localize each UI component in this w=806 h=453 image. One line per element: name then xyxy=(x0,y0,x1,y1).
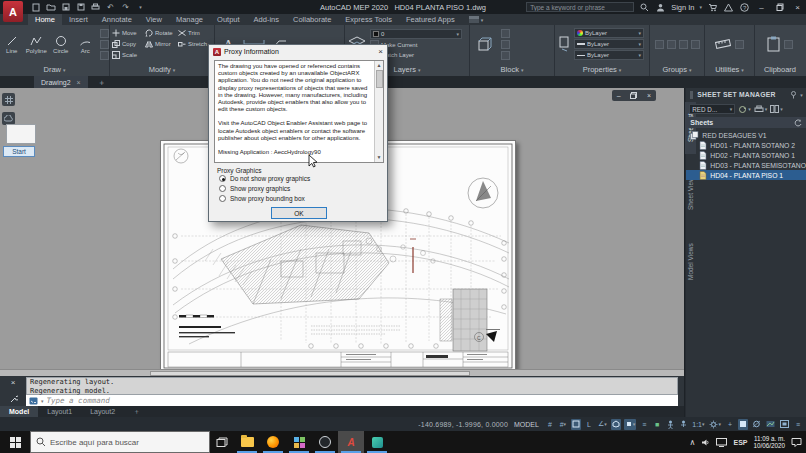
clean-screen-icon[interactable] xyxy=(779,419,790,430)
properties-panel-label[interactable]: Properties▾ xyxy=(555,63,649,76)
command-close-icon[interactable]: × xyxy=(11,378,16,387)
sheet-set-dropdown[interactable]: RED D...▾ xyxy=(689,104,735,114)
lineweight-display-icon[interactable]: ≡ xyxy=(639,419,649,430)
dialog-close-icon[interactable]: × xyxy=(378,47,383,56)
gradient-icon[interactable] xyxy=(100,40,109,49)
help-search-input[interactable] xyxy=(526,2,634,12)
open-file-icon[interactable] xyxy=(45,2,56,12)
ok-button[interactable]: OK xyxy=(271,207,327,219)
group-edit-icon[interactable] xyxy=(679,40,688,49)
isolate-objects-icon[interactable] xyxy=(751,419,762,430)
quick-select-icon[interactable] xyxy=(735,40,744,49)
line-tool[interactable]: Line xyxy=(0,35,24,54)
sheets-section-header[interactable]: Sheets xyxy=(686,117,806,128)
ribbon-display-toggle-icon[interactable]: ▾ xyxy=(462,14,491,25)
model-space-label[interactable]: MODEL xyxy=(514,421,539,428)
taskbar-app-autocad[interactable]: A xyxy=(338,431,364,453)
measure-icon[interactable] xyxy=(715,37,731,51)
dialog-titlebar[interactable]: A Proxy Information × xyxy=(209,45,387,58)
radio-show-proxy[interactable]: Show proxy graphics xyxy=(219,185,290,192)
rotate-tool[interactable]: Rotate xyxy=(145,28,178,39)
autoscale-icon[interactable] xyxy=(678,419,688,430)
linetype-dropdown[interactable]: ByLayer▾ xyxy=(574,50,644,60)
scrollbar-thumb[interactable] xyxy=(376,70,383,88)
tab-collaborate[interactable]: Collaborate xyxy=(286,14,338,25)
taskbar-app-file-explorer[interactable] xyxy=(234,431,260,453)
dialog-message-area[interactable]: The drawing you have opened or reference… xyxy=(214,60,384,163)
publish-icon[interactable]: ▾ xyxy=(754,105,768,113)
dynamic-ucs-icon[interactable]: ■ xyxy=(652,419,662,430)
ungroup-icon[interactable] xyxy=(667,40,676,49)
dialog-scrollbar[interactable]: ▲ ▼ xyxy=(374,61,383,162)
group-icon[interactable] xyxy=(655,40,664,49)
customization-menu-icon[interactable]: ≡ xyxy=(793,419,803,430)
hatch-icon[interactable] xyxy=(100,29,109,38)
groups-panel-label[interactable]: Groups▾ xyxy=(650,63,704,76)
annotation-visibility-icon[interactable] xyxy=(665,419,675,430)
sheet-details-icon[interactable]: ▾ xyxy=(770,105,783,113)
sheets-refresh-icon[interactable] xyxy=(794,119,802,127)
radio-do-not-show-proxy[interactable]: Do not show proxy graphics xyxy=(219,175,310,182)
tab-view[interactable]: View xyxy=(139,14,169,25)
taskbar-app-firefox[interactable] xyxy=(260,431,286,453)
insert-block-icon[interactable] xyxy=(476,35,494,53)
close-button[interactable]: × xyxy=(791,1,804,13)
isodraft-icon[interactable] xyxy=(611,419,621,430)
circle-tool[interactable]: Circle xyxy=(49,35,73,54)
tab-manage[interactable]: Manage xyxy=(169,14,210,25)
radio-icon[interactable] xyxy=(219,195,226,202)
copy-tool[interactable]: Copy xyxy=(112,39,145,50)
sheet-row-hd02[interactable]: HD02 - PLANTA SOTANO 1 xyxy=(686,150,806,160)
create-block-icon[interactable] xyxy=(501,29,510,38)
search-icon[interactable] xyxy=(639,2,650,13)
help-icon[interactable]: ? xyxy=(739,2,750,13)
workspace-gear-icon[interactable]: ▾ xyxy=(708,419,722,430)
scroll-down-icon[interactable]: ▼ xyxy=(377,154,382,161)
grid-display-icon[interactable]: # xyxy=(545,419,555,430)
canvas-horizontal-scrollbar[interactable] xyxy=(0,369,684,376)
snap-mode-icon[interactable]: #▾ xyxy=(558,419,568,430)
doc-close-icon[interactable]: × xyxy=(647,92,651,99)
undo-icon[interactable]: ↶ xyxy=(105,2,116,12)
sheet-row-hd01[interactable]: HD01 - PLANTA SOTANO 2 xyxy=(686,140,806,150)
new-layout-button[interactable]: ＋ xyxy=(124,406,149,417)
tab-output[interactable]: Output xyxy=(210,14,247,25)
refresh-sheet-set-icon[interactable]: ▾ xyxy=(738,105,751,114)
command-history[interactable]: Regenerating layout. Regenerating model. xyxy=(26,377,678,395)
start-button[interactable] xyxy=(0,431,30,453)
recent-commands-caret-icon[interactable]: ▾ xyxy=(41,398,44,404)
palette-grid-icon[interactable] xyxy=(2,93,15,106)
tab-annotate[interactable]: Annotate xyxy=(95,14,139,25)
arc-tool[interactable]: Arc xyxy=(74,35,98,54)
redo-icon[interactable]: ↷ xyxy=(120,2,131,12)
restore-button[interactable] xyxy=(773,1,786,13)
sheet-row-hd04[interactable]: HD04 - PLANTA PISO 1 xyxy=(686,170,806,180)
volume-icon[interactable] xyxy=(701,438,710,447)
tab-express-tools[interactable]: Express Tools xyxy=(338,14,399,25)
alert-icon[interactable] xyxy=(723,2,734,13)
save-icon[interactable] xyxy=(60,2,71,12)
block-panel-label[interactable]: Block▾ xyxy=(470,63,554,76)
sheet-row-hd03[interactable]: HD03 - PLANTA SEMISOTANO xyxy=(686,160,806,170)
clipboard-panel-label[interactable]: Clipboard xyxy=(755,63,805,76)
radio-show-bounding-box[interactable]: Show proxy bounding box xyxy=(219,195,305,202)
layout-tab-layout1[interactable]: Layout1 xyxy=(38,406,81,417)
user-icon[interactable] xyxy=(655,2,666,13)
copy-clip-icon[interactable] xyxy=(784,40,793,49)
sign-in-label[interactable]: Sign In xyxy=(671,3,694,12)
language-indicator[interactable]: ESP xyxy=(733,439,747,446)
match-properties-icon[interactable] xyxy=(558,36,571,52)
infer-constraints-icon[interactable] xyxy=(571,419,581,430)
trim-tool[interactable]: Trim xyxy=(178,28,211,39)
scale-tool[interactable]: Scale xyxy=(112,50,145,61)
panel-pin-icon[interactable] xyxy=(790,91,797,99)
tray-clock[interactable]: 11:09 a. m. 10/06/2020 xyxy=(753,435,785,450)
command-input[interactable] xyxy=(47,396,675,405)
panel-menu-caret-icon[interactable]: ▾ xyxy=(800,92,803,98)
polar-tracking-icon[interactable]: ∠▾ xyxy=(597,419,608,430)
file-tab-close-icon[interactable]: × xyxy=(77,79,81,86)
polyline-tool[interactable]: Polyline xyxy=(25,35,49,54)
stretch-tool[interactable]: Stretch xyxy=(178,39,211,50)
tab-insert[interactable]: Insert xyxy=(62,14,95,25)
qat-customize-caret-icon[interactable]: ▾ xyxy=(135,2,146,12)
